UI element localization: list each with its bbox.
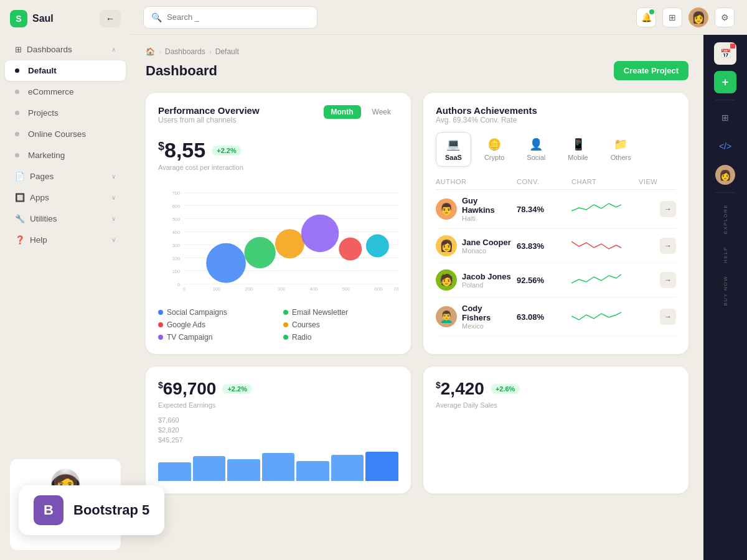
page-header: Dashboard Create Project (146, 61, 688, 80)
svg-text:100: 100 (213, 286, 221, 292)
svg-text:500: 500 (342, 286, 350, 292)
earnings-label: Expected Earnings (158, 401, 398, 409)
settings-button[interactable]: ⚙ (715, 7, 735, 27)
search-input[interactable] (167, 12, 309, 22)
help-icon: ❓ (15, 235, 25, 245)
svg-text:300: 300 (172, 243, 181, 248)
user-avatar[interactable]: 👩 (688, 7, 708, 27)
svg-text:500: 500 (172, 217, 181, 222)
sidebar-item-marketing[interactable]: Marketing (5, 145, 126, 166)
right-panel: 📅 + ⊞ </> 👩 Explore Help Buy now (703, 35, 747, 560)
explore-label: Explore (723, 204, 728, 234)
breadcrumb: 🏠 › Dashboards › Default (146, 47, 688, 56)
svg-point-25 (244, 237, 275, 268)
sidebar-header: S Saul ← (0, 0, 131, 34)
active-dot (15, 68, 19, 73)
chevron-icon: ∨ (111, 173, 116, 180)
sidebar-item-projects[interactable]: Projects (5, 103, 126, 123)
legend-radio: Radio (283, 333, 398, 342)
code-icon-btn[interactable]: </> (714, 135, 736, 157)
performance-card: Performance Overview Users from all chan… (146, 93, 411, 354)
svg-text:600: 600 (375, 286, 383, 292)
view-cody-button[interactable]: → (660, 309, 676, 325)
authors-title: Authors Achievements (436, 105, 676, 116)
sidebar-item-utilities-label: Utilities (30, 214, 57, 223)
sidebar: S Saul ← ⊞ Dashboards ∧ Default eCommerc… (0, 0, 131, 560)
divider (715, 100, 735, 100)
expected-earnings-card: $69,700 +2.2% Expected Earnings $7,660 $… (146, 366, 411, 493)
search-icon: 🔍 (151, 12, 162, 22)
apps-icon: 🔲 (15, 193, 25, 202)
nav-dot (15, 111, 19, 115)
authors-subtitle: Avg. 69.34% Conv. Rate (436, 116, 676, 124)
grid-button[interactable]: ⊞ (662, 7, 682, 27)
performance-tabs: Month Week (324, 105, 398, 119)
tab-others[interactable]: 📁 Others (601, 132, 641, 167)
avg-daily-sales-card: $2,420 +2.6% Average Daily Sales (423, 366, 688, 493)
svg-text:400: 400 (310, 286, 318, 292)
sidebar-item-marketing-label: Marketing (28, 151, 65, 160)
tab-month[interactable]: Month (324, 105, 361, 119)
svg-text:700: 700 (393, 286, 398, 292)
chevron-icon: ∨ (111, 236, 116, 243)
grid-icon-btn[interactable]: ⊞ (714, 106, 736, 129)
svg-point-29 (366, 235, 389, 258)
authors-tabs: 💻 SaaS 🪙 Crypto 👤 Social 📱 (436, 132, 676, 167)
sidebar-item-ecommerce[interactable]: eCommerce (5, 82, 126, 102)
calendar-icon-btn[interactable]: 📅 (714, 42, 736, 65)
avatar-jacob: 🧑 (436, 269, 457, 291)
dashboard-area: 🏠 › Dashboards › Default Dashboard Creat… (131, 35, 703, 560)
bubble-chart: 700 600 500 400 300 200 100 0 0 100 200 (158, 177, 398, 302)
svg-point-26 (275, 229, 304, 258)
svg-text:0: 0 (177, 282, 180, 287)
bootstrap-icon: B (34, 495, 63, 525)
sidebar-item-apps-label: Apps (30, 193, 49, 202)
tab-week[interactable]: Week (365, 105, 398, 119)
avatar-guy: 👨 (436, 198, 457, 220)
legend-email-newsletter: Email Newsletter (283, 308, 398, 317)
search-box[interactable]: 🔍 (143, 6, 317, 29)
author-row-guy: 👨 Guy Hawkins Haiti 78.34% (436, 190, 676, 229)
create-project-button[interactable]: Create Project (614, 61, 688, 80)
sidebar-item-help[interactable]: ❓ Help ∨ (5, 230, 126, 250)
sidebar-nav: ⊞ Dashboards ∧ Default eCommerce Project… (0, 34, 131, 449)
svg-text:300: 300 (278, 286, 286, 292)
svg-point-28 (339, 238, 362, 261)
bootstrap-label: Bootstrap 5 (73, 502, 149, 518)
sidebar-item-utilities[interactable]: 🔧 Utilities ∨ (5, 208, 126, 229)
performance-title: Performance Overview (158, 105, 260, 116)
legend-social-campaigns: Social Campaigns (158, 308, 273, 317)
view-jane-button[interactable]: → (660, 238, 676, 254)
breadcrumb-default: Default (215, 47, 239, 56)
breadcrumb-dashboards[interactable]: Dashboards (165, 47, 205, 56)
sidebar-item-ecommerce-label: eCommerce (28, 87, 74, 96)
logo: S Saul (10, 10, 54, 27)
tab-social[interactable]: 👤 Social (517, 132, 555, 167)
sidebar-item-pages[interactable]: 📄 Pages ∨ (5, 166, 126, 187)
tab-mobile[interactable]: 📱 Mobile (558, 132, 597, 167)
sidebar-item-help-label: Help (30, 235, 47, 245)
sidebar-back-button[interactable]: ← (100, 10, 121, 27)
bootstrap-badge: B Bootstrap 5 (19, 485, 164, 535)
sidebar-item-default[interactable]: Default (5, 60, 126, 81)
main-area: 🔍 🔔 ⊞ 👩 ⚙ 🏠 › Dashboards › Default Dashb… (131, 0, 747, 560)
sidebar-item-dashboards[interactable]: ⊞ Dashboards ∧ (5, 39, 126, 60)
performance-value: $8,55 (158, 138, 205, 162)
authors-card: Authors Achievements Avg. 69.34% Conv. R… (423, 93, 688, 354)
legend-google-ads: Google Ads (158, 320, 273, 329)
sidebar-item-online-courses[interactable]: Online Courses (5, 124, 126, 144)
view-jacob-button[interactable]: → (660, 272, 676, 288)
view-guy-button[interactable]: → (660, 201, 676, 217)
notifications-button[interactable]: 🔔 (636, 7, 656, 27)
app-name: Saul (32, 13, 54, 24)
sidebar-item-apps[interactable]: 🔲 Apps ∨ (5, 187, 126, 208)
cards-row: Performance Overview Users from all chan… (146, 93, 688, 354)
svg-text:600: 600 (172, 203, 181, 209)
tab-saas[interactable]: 💻 SaaS (436, 132, 471, 167)
add-icon-btn[interactable]: + (714, 71, 736, 93)
tab-crypto[interactable]: 🪙 Crypto (475, 132, 514, 167)
nav-dot (15, 132, 19, 136)
user-avatar-btn[interactable]: 👩 (714, 164, 736, 186)
avatar-cody: 👨‍🦱 (436, 306, 457, 327)
metric-label: Avarage cost per interaction (158, 164, 398, 171)
